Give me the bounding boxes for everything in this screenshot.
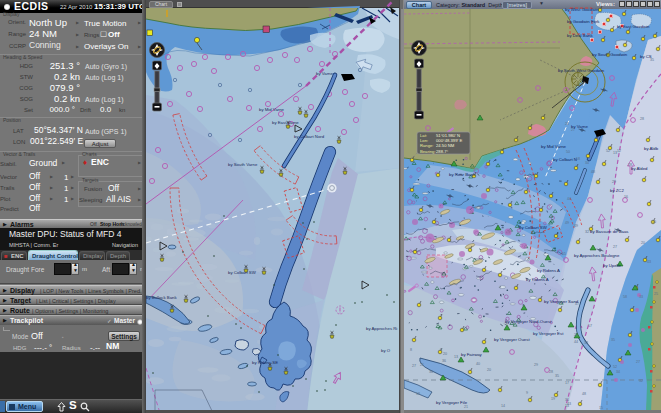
svg-text:27: 27: [636, 360, 640, 364]
svg-text:by Vergoyer Est: by Vergoyer Est: [533, 331, 564, 336]
svg-text:36: 36: [429, 370, 433, 374]
svg-text:21: 21: [420, 363, 424, 367]
svg-text:13: 13: [454, 355, 458, 359]
svg-text:by Vergoyer Nord-Ouest: by Vergoyer Nord-Ouest: [505, 319, 552, 324]
svg-text:20: 20: [443, 352, 447, 356]
svg-text:by Aldb: by Aldb: [644, 146, 659, 151]
svg-text:48: 48: [591, 170, 595, 174]
svg-text:by South Goodwin: by South Goodwin: [592, 52, 628, 57]
svg-text:29: 29: [534, 363, 538, 367]
svg-text:by Mid Varne: by Mid Varne: [259, 107, 285, 112]
svg-text:288.7°: 288.7°: [436, 149, 448, 154]
svg-text:50: 50: [566, 150, 570, 154]
svg-text:15: 15: [599, 406, 603, 410]
svg-text:35: 35: [555, 374, 559, 378]
svg-text:17: 17: [565, 381, 569, 385]
svg-text:44: 44: [574, 340, 578, 344]
svg-text:28: 28: [549, 370, 553, 374]
svg-text:by Bullock Bank: by Bullock Bank: [146, 295, 177, 300]
svg-text:40: 40: [476, 362, 480, 366]
svg-text:29: 29: [612, 180, 616, 184]
svg-text:58: 58: [623, 295, 627, 299]
svg-text:49: 49: [565, 221, 569, 225]
svg-text:16: 16: [624, 195, 628, 199]
svg-text:9: 9: [526, 391, 528, 395]
svg-text:50: 50: [652, 220, 656, 224]
svg-text:14: 14: [501, 404, 505, 408]
svg-text:by ZC2: by ZC2: [610, 188, 624, 193]
svg-text:43: 43: [567, 402, 571, 406]
svg-text:by East Goodwin: by East Goodwin: [617, 24, 650, 29]
svg-text:52: 52: [606, 149, 610, 153]
svg-text:34: 34: [616, 370, 620, 374]
svg-text:by Varne: by Varne: [316, 71, 333, 76]
svg-text:55: 55: [562, 252, 566, 256]
svg-text:by Approches Ri: by Approches Ri: [366, 326, 397, 331]
svg-text:by Roar Bank: by Roar Bank: [449, 172, 476, 177]
svg-text:43: 43: [647, 260, 651, 264]
svg-text:20: 20: [641, 241, 645, 245]
svg-text:by Colbart SW: by Colbart SW: [519, 225, 548, 230]
svg-text:27: 27: [412, 364, 416, 368]
svg-text:by Varne: by Varne: [571, 124, 588, 129]
svg-text:by Deal Bank: by Deal Bank: [567, 33, 593, 38]
svg-text:48: 48: [582, 392, 586, 396]
svg-text:44: 44: [567, 197, 571, 201]
svg-text:33: 33: [639, 295, 643, 299]
svg-text:by Vergoyer Sand: by Vergoyer Sand: [544, 299, 579, 304]
svg-text:by Fairway: by Fairway: [461, 352, 483, 357]
svg-text:by South Varne: by South Varne: [228, 162, 258, 167]
svg-text:by East Varne: by East Varne: [272, 120, 299, 125]
svg-text:34: 34: [585, 161, 589, 165]
svg-text:31: 31: [565, 398, 569, 402]
svg-text:49: 49: [574, 224, 578, 228]
svg-text:by Approches Boulogne: by Approches Boulogne: [574, 253, 620, 258]
svg-text:by Alded: by Alded: [631, 166, 648, 171]
svg-text:38: 38: [584, 341, 588, 345]
svg-text:8: 8: [440, 348, 442, 352]
svg-text:20: 20: [487, 368, 491, 372]
svg-text:18: 18: [416, 392, 420, 396]
svg-text:by Kidens A: by Kidens A: [526, 277, 549, 282]
svg-text:24: 24: [574, 333, 578, 337]
svg-text:57: 57: [588, 324, 592, 328]
svg-text:by South-West Goodwin: by South-West Goodwin: [558, 68, 605, 73]
svg-text:by West Goodwin: by West Goodwin: [565, 7, 599, 12]
svg-text:by Colbart Nord: by Colbart Nord: [294, 134, 325, 139]
svg-text:25: 25: [654, 292, 658, 296]
svg-text:12: 12: [617, 149, 621, 153]
svg-text:52: 52: [613, 365, 617, 369]
svg-text:28: 28: [640, 117, 644, 121]
svg-text:by Colbart SW: by Colbart SW: [228, 270, 257, 275]
svg-text:by Goodwin Fork: by Goodwin Fork: [567, 19, 600, 24]
svg-text:Bearing:: Bearing:: [420, 149, 436, 154]
svg-text:28: 28: [565, 122, 569, 126]
svg-text:by Vergoyer File: by Vergoyer File: [436, 400, 468, 405]
svg-text:8: 8: [410, 348, 412, 352]
svg-text:32: 32: [585, 230, 589, 234]
svg-text:by Mid Varne: by Mid Varne: [541, 144, 567, 149]
svg-text:by CS: by CS: [640, 54, 652, 59]
svg-text:by Bassure de Baas: by Bassure de Baas: [590, 229, 628, 234]
svg-text:32: 32: [639, 379, 643, 383]
svg-text:by Vergoyer Ouest: by Vergoyer Ouest: [494, 337, 530, 342]
svg-text:by Upelle: by Upelle: [603, 263, 622, 268]
svg-text:27: 27: [613, 245, 617, 249]
svg-text:by Colbart N: by Colbart N: [553, 157, 577, 162]
svg-text:21: 21: [464, 405, 468, 409]
svg-text:35: 35: [611, 338, 615, 342]
svg-text:by O: by O: [381, 348, 391, 353]
svg-text:by Ridens A: by Ridens A: [537, 268, 560, 273]
svg-text:36: 36: [442, 359, 446, 363]
svg-text:19: 19: [551, 397, 555, 401]
